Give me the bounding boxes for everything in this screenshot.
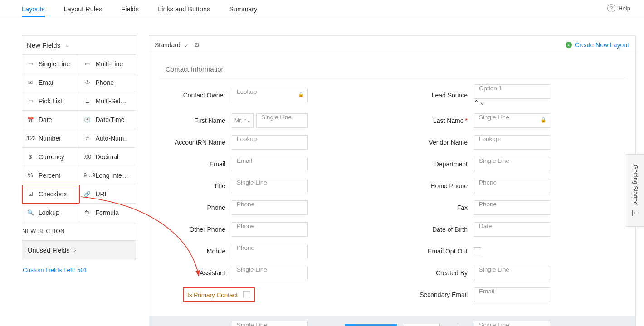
dropped-field-label: Is Primary Contact <box>187 292 238 298</box>
input-dob[interactable]: Date <box>474 222 550 237</box>
input-fax[interactable]: Phone <box>474 200 550 215</box>
new-section-button[interactable]: NEW SECTION <box>22 222 136 241</box>
text-icon: ▭ <box>27 61 34 67</box>
tab-links-buttons[interactable]: Links and Buttons <box>158 1 210 17</box>
tab-layouts[interactable]: Layouts <box>22 1 45 17</box>
number-icon: 123 <box>27 135 34 141</box>
layout-selector[interactable]: Standard ⌄ <box>155 41 188 49</box>
chevron-down-icon: ⌄ <box>184 42 188 48</box>
label-email: Email <box>159 161 232 168</box>
input-lead-source[interactable]: Option 1 <box>474 84 550 99</box>
field-type-date[interactable]: 📅Date <box>22 111 79 129</box>
input-reports-to[interactable]: Single Line <box>232 321 308 326</box>
input-mobile[interactable]: Phone <box>232 244 308 258</box>
lock-icon: 🔒 <box>540 117 546 123</box>
input-other-phone[interactable]: Phone <box>232 222 308 237</box>
label-home-phone: Home Phone <box>401 182 474 190</box>
input-department[interactable]: Single Line <box>474 157 550 171</box>
tab-layout-rules[interactable]: Layout Rules <box>64 1 102 17</box>
layout-name: Standard <box>155 41 181 49</box>
input-first-name[interactable]: Single Line <box>256 113 308 128</box>
field-type-url[interactable]: 🔗URL <box>79 185 137 204</box>
getting-started-tab[interactable]: Getting Started |← <box>626 154 644 227</box>
input-created-by[interactable]: Single Line <box>474 266 550 280</box>
salutation-select[interactable]: Mr.⌃⌄ <box>232 113 254 128</box>
tab-summary[interactable]: Summary <box>229 1 257 17</box>
field-type-decimal[interactable]: .00Decimal <box>79 148 137 166</box>
field-type-percent[interactable]: %Percent <box>22 166 79 185</box>
getting-started-label: Getting Started <box>632 165 639 205</box>
new-fields-label: New Fields <box>27 41 60 49</box>
chevron-down-icon: ⌄ <box>65 42 69 48</box>
label-mobile: Mobile <box>159 248 232 255</box>
field-type-checkbox[interactable]: ☑Checkbox <box>22 185 79 204</box>
decimal-icon: .00 <box>84 154 91 160</box>
field-type-picklist[interactable]: ▭Pick List <box>22 92 79 111</box>
create-new-layout-label: Create New Layout <box>575 41 629 49</box>
label-email-opt-out: Email Opt Out <box>401 248 474 255</box>
input-contact-owner[interactable]: Lookup <box>232 88 308 102</box>
new-fields-dropdown[interactable]: New Fields ⌄ <box>22 35 136 55</box>
custom-fields-quota: Custom Fields Left: 501 <box>22 260 136 280</box>
input-twitter[interactable]: Single Line <box>474 321 550 326</box>
field-type-autonumber[interactable]: #Auto-Num.. <box>79 129 137 148</box>
footer: Reports To Single Line Twitter Single Li… <box>149 316 635 326</box>
input-account-name[interactable]: Lookup <box>232 135 308 150</box>
select-caret-icon: ⌃⌄ <box>244 118 251 123</box>
create-new-layout-link[interactable]: + Create New Layout <box>566 41 629 49</box>
dropped-field-is-primary[interactable]: Is Primary Contact <box>184 288 254 301</box>
field-type-currency[interactable]: $Currency <box>22 148 79 166</box>
label-vendor-name: Vendor Name <box>401 139 474 146</box>
label-secondary-email: Secondary Email <box>401 291 474 298</box>
input-secondary-email[interactable]: Email <box>474 287 550 302</box>
input-last-name[interactable]: Single Line <box>474 113 550 128</box>
field-type-longint[interactable]: 9…9Long Inte… <box>79 166 137 185</box>
list-icon: ▭ <box>27 98 34 104</box>
cancel-button[interactable]: Cancel <box>403 324 440 326</box>
collapse-icon: |← <box>632 209 639 216</box>
formula-icon: fx <box>84 209 91 216</box>
label-dob: Date of Birth <box>401 226 474 233</box>
date-icon: 📅 <box>27 117 34 123</box>
field-type-multi-line[interactable]: ▭Multi-Line <box>79 55 137 73</box>
tab-fields[interactable]: Fields <box>121 1 139 17</box>
currency-icon: $ <box>27 154 34 160</box>
lock-icon: 🔒 <box>298 92 304 97</box>
unused-fields-toggle[interactable]: Unused Fields › <box>22 241 136 260</box>
select-caret-icon: ⌃⌄ <box>474 99 485 106</box>
field-type-email[interactable]: ✉Email <box>22 73 79 92</box>
field-type-phone[interactable]: ✆Phone <box>79 73 137 92</box>
checkbox-email-opt-out[interactable] <box>474 247 481 254</box>
label-contact-owner: Contact Owner <box>159 92 232 99</box>
field-type-lookup[interactable]: 🔍Lookup <box>22 204 79 222</box>
input-assistant[interactable]: Single Line <box>232 266 308 280</box>
longint-icon: 9…9 <box>84 172 91 179</box>
label-last-name: Last Name* <box>401 117 474 124</box>
label-account-name: AccountRN Name <box>159 139 232 146</box>
help-label: Help <box>618 5 630 12</box>
field-type-datetime[interactable]: 🕘Date/Time <box>79 111 137 129</box>
multiselect-icon: ≣ <box>84 98 91 104</box>
field-type-multiselect[interactable]: ≣Multi-Sel… <box>79 92 137 111</box>
help-link[interactable]: ? Help <box>607 4 630 12</box>
input-phone[interactable]: Phone <box>232 200 308 215</box>
gear-icon[interactable]: ⚙ <box>194 41 200 49</box>
textarea-icon: ▭ <box>84 61 91 67</box>
label-title: Title <box>159 182 232 190</box>
plus-icon: + <box>566 42 572 48</box>
label-assistant: Assistant <box>159 269 232 277</box>
label-first-name: First Name <box>159 117 232 124</box>
phone-icon: ✆ <box>84 79 91 86</box>
save-layout-button[interactable]: Save Layout <box>345 324 397 326</box>
input-vendor-name[interactable]: Lookup <box>474 135 550 150</box>
input-home-phone[interactable]: Phone <box>474 179 550 193</box>
field-type-single-line[interactable]: ▭Single Line <box>22 55 79 73</box>
field-type-number[interactable]: 123Number <box>22 129 79 148</box>
input-title[interactable]: Single Line <box>232 179 308 193</box>
input-email[interactable]: Email <box>232 157 308 171</box>
divider <box>159 78 625 78</box>
field-type-formula[interactable]: fxFormula <box>79 204 137 222</box>
checkbox-is-primary[interactable] <box>243 291 250 298</box>
label-phone: Phone <box>159 204 232 211</box>
label-created-by: Created By <box>401 269 474 277</box>
